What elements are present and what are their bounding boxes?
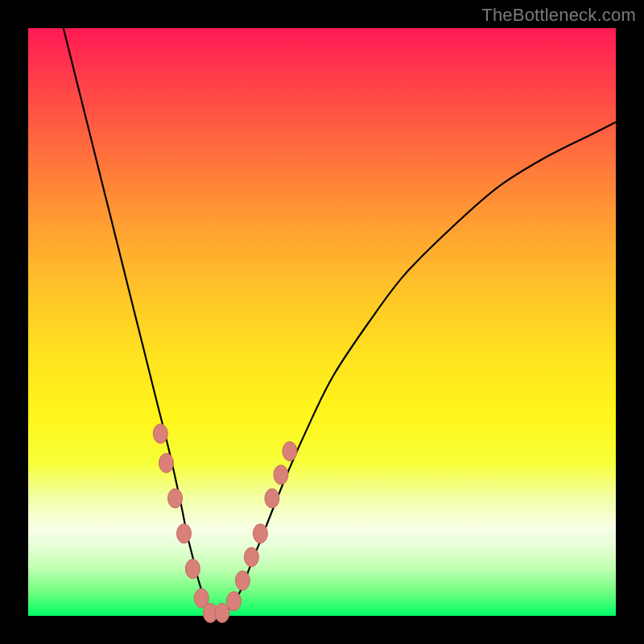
curve-marker — [215, 603, 229, 622]
curve-marker — [185, 559, 200, 579]
curve-marker — [177, 524, 192, 543]
curve-marker — [265, 489, 279, 508]
curve-markers — [153, 424, 297, 623]
curve-marker — [227, 592, 242, 611]
curve-marker — [253, 524, 267, 543]
curve-marker — [235, 571, 250, 590]
chart-plot-area — [28, 28, 616, 616]
curve-marker — [168, 489, 183, 508]
chart-svg — [28, 28, 616, 616]
chart-frame: TheBottleneck.com — [0, 0, 644, 644]
curve-marker — [244, 547, 258, 567]
curve-marker — [153, 424, 167, 444]
curve-marker — [283, 442, 297, 461]
bottleneck-curve — [64, 28, 616, 616]
watermark-text: TheBottleneck.com — [481, 5, 636, 26]
curve-marker — [159, 453, 174, 473]
curve-marker — [274, 465, 288, 485]
